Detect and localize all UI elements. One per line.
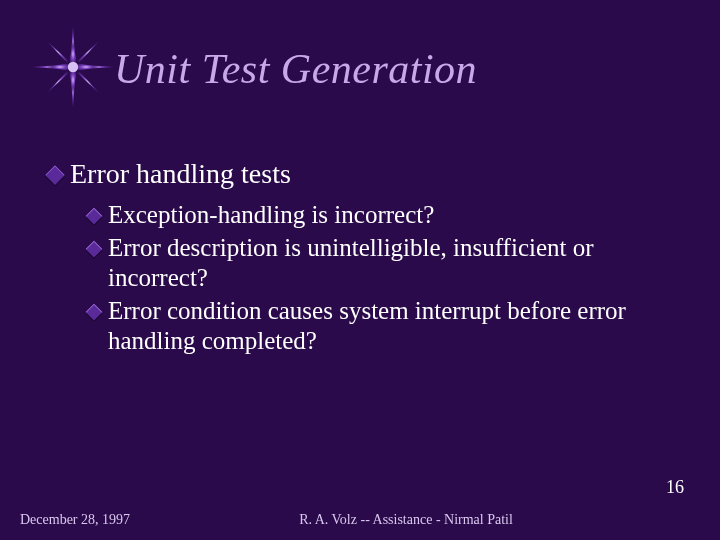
bullet-l1-text: Error handling tests [70,158,291,190]
svg-point-12 [68,62,78,72]
bullet-level2: Error description is unintelligible, ins… [88,233,672,294]
footer: December 28, 1997 R. A. Volz -- Assistan… [0,512,720,528]
bullet-l2-text: Error condition causes system interrupt … [108,296,672,357]
page-number: 16 [666,477,684,498]
bullet-level2: Exception-handling is incorrect? [88,200,672,231]
bullet-level1: Error handling tests [48,158,672,190]
svg-marker-6 [43,67,73,97]
footer-date: December 28, 1997 [20,512,130,528]
bullet-l2-text: Error description is unintelligible, ins… [108,233,672,294]
diamond-bullet-icon [86,240,103,257]
svg-marker-4 [43,37,73,67]
slide: Unit Test Generation Error handling test… [0,0,720,540]
diamond-bullet-icon [86,303,103,320]
diamond-bullet-icon [86,208,103,225]
footer-author: R. A. Volz -- Assistance - Nirmal Patil [130,512,682,528]
slide-title: Unit Test Generation [114,45,477,93]
bullet-l2-text: Exception-handling is incorrect? [108,200,434,231]
diamond-bullet-icon [45,165,65,185]
svg-marker-5 [73,37,103,67]
content: Error handling tests Exception-handling … [48,158,672,357]
title-row: Unit Test Generation [30,28,672,110]
starburst-icon [30,24,116,110]
bullet-level2: Error condition causes system interrupt … [88,296,672,357]
sub-bullets: Exception-handling is incorrect? Error d… [48,200,672,357]
svg-marker-7 [73,67,103,97]
